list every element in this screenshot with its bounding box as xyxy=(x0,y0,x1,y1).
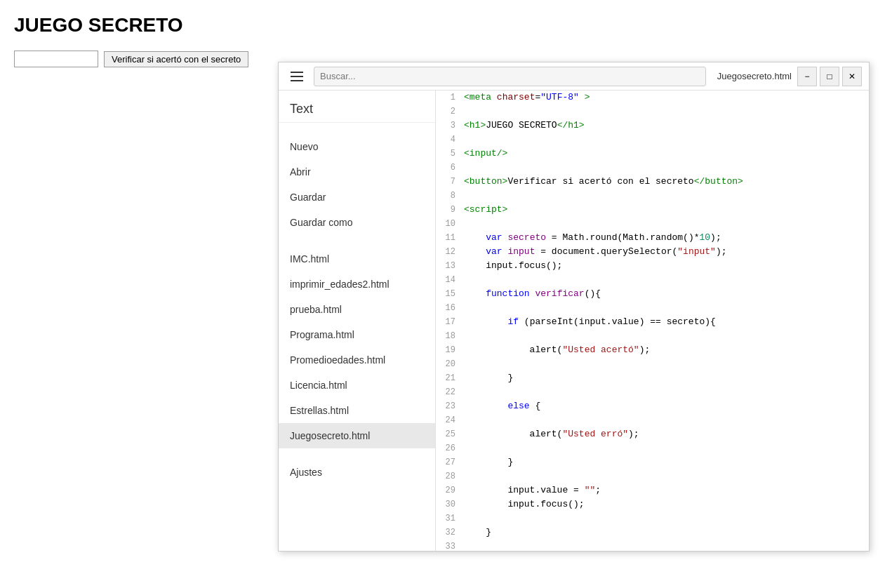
sidebar-item-guardar[interactable]: Guardar xyxy=(279,185,435,210)
sidebar-item-juego[interactable]: Juegosecreto.html xyxy=(279,423,435,448)
line-number-27: 27 xyxy=(436,455,461,469)
sidebar-item-guardar-como[interactable]: Guardar como xyxy=(279,210,435,235)
line-number-31: 31 xyxy=(436,512,461,526)
line-number-21: 21 xyxy=(436,371,461,385)
code-area[interactable]: 1 <meta charset="UTF-8" > 2 3 <h1>JUEGO … xyxy=(436,91,869,551)
code-line-3: 3 <h1>JUEGO SECRETO</h1> xyxy=(436,119,869,133)
line-number-2: 2 xyxy=(436,105,461,119)
line-number-8: 8 xyxy=(436,189,461,203)
sidebar-item-abrir[interactable]: Abrir xyxy=(279,159,435,185)
sidebar-item-imc[interactable]: IMC.html xyxy=(279,246,435,272)
sidebar: Text Nuevo Abrir Guardar Guardar como IM… xyxy=(279,91,436,551)
code-line-21: 21 } xyxy=(436,371,869,385)
code-line-31: 31 xyxy=(436,512,869,526)
line-number-18: 18 xyxy=(436,329,461,343)
line-number-22: 22 xyxy=(436,385,461,399)
code-line-1: 1 <meta charset="UTF-8" > xyxy=(436,91,869,105)
sidebar-header: Text xyxy=(279,91,435,123)
code-table: 1 <meta charset="UTF-8" > 2 3 <h1>JUEGO … xyxy=(436,91,869,551)
code-line-12: 12 var input = document.querySelector("i… xyxy=(436,245,869,259)
code-line-13: 13 input.focus(); xyxy=(436,259,869,273)
main-area: Text Nuevo Abrir Guardar Guardar como IM… xyxy=(279,91,869,551)
code-line-11: 11 var secreto = Math.round(Math.random(… xyxy=(436,231,869,245)
line-number-13: 13 xyxy=(436,259,461,273)
minimize-button[interactable]: − xyxy=(797,67,817,86)
line-number-4: 4 xyxy=(436,133,461,147)
code-line-23: 23 else { xyxy=(436,399,869,413)
line-code-9: <script> xyxy=(461,203,869,217)
code-line-17: 17 if (parseInt(input.value) == secreto)… xyxy=(436,315,869,329)
line-number-5: 5 xyxy=(436,147,461,161)
sidebar-item-ajustes[interactable]: Ajustes xyxy=(279,460,435,485)
code-line-22: 22 xyxy=(436,385,869,399)
window-controls: − □ ✕ xyxy=(797,67,862,86)
line-code-7: <button>Verificar si acertó con el secre… xyxy=(461,175,869,189)
line-code-12: var input = document.querySelector("inpu… xyxy=(461,245,869,259)
line-code-28 xyxy=(461,469,869,483)
code-line-5: 5 <input/> xyxy=(436,147,869,161)
line-code-20 xyxy=(461,357,869,371)
line-code-15: function verificar(){ xyxy=(461,287,869,301)
line-code-24 xyxy=(461,413,869,427)
code-line-26: 26 xyxy=(436,441,869,455)
line-code-16 xyxy=(461,301,869,315)
search-input[interactable] xyxy=(314,67,706,86)
line-code-23: else { xyxy=(461,399,869,413)
line-number-10: 10 xyxy=(436,217,461,231)
code-line-7: 7 <button>Verificar si acertó con el sec… xyxy=(436,175,869,189)
line-number-26: 26 xyxy=(436,441,461,455)
line-code-6 xyxy=(461,161,869,175)
sidebar-item-nuevo[interactable]: Nuevo xyxy=(279,134,435,159)
line-number-30: 30 xyxy=(436,497,461,512)
code-line-6: 6 xyxy=(436,161,869,175)
line-number-33: 33 xyxy=(436,540,461,551)
line-number-20: 20 xyxy=(436,357,461,371)
code-line-25: 25 alert("Usted erró"); xyxy=(436,427,869,441)
line-number-9: 9 xyxy=(436,203,461,217)
code-line-29: 29 input.value = ""; xyxy=(436,483,869,497)
line-code-26 xyxy=(461,441,869,455)
sidebar-item-prueba[interactable]: prueba.html xyxy=(279,297,435,322)
hamburger-button[interactable] xyxy=(286,65,308,88)
code-line-24: 24 xyxy=(436,413,869,427)
line-code-30: input.focus(); xyxy=(461,497,869,512)
code-line-19: 19 alert("Usted acertó"); xyxy=(436,343,869,357)
line-code-22 xyxy=(461,385,869,399)
line-number-11: 11 xyxy=(436,231,461,245)
sidebar-item-programa[interactable]: Programa.html xyxy=(279,322,435,347)
secret-input[interactable] xyxy=(14,51,98,67)
close-button[interactable]: ✕ xyxy=(842,67,862,86)
line-number-6: 6 xyxy=(436,161,461,175)
code-line-9: 9 <script> xyxy=(436,203,869,217)
page-title: JUEGO SECRETO xyxy=(14,14,878,36)
line-number-32: 32 xyxy=(436,526,461,540)
line-code-13: input.focus(); xyxy=(461,259,869,273)
line-code-33 xyxy=(461,540,869,551)
line-number-7: 7 xyxy=(436,175,461,189)
sidebar-item-imprimir[interactable]: imprimir_edades2.html xyxy=(279,272,435,297)
line-code-8 xyxy=(461,189,869,203)
line-number-14: 14 xyxy=(436,273,461,287)
code-line-20: 20 xyxy=(436,357,869,371)
line-code-19: alert("Usted acertó"); xyxy=(461,343,869,357)
code-line-2: 2 xyxy=(436,105,869,119)
line-number-23: 23 xyxy=(436,399,461,413)
code-line-27: 27 } xyxy=(436,455,869,469)
code-line-28: 28 xyxy=(436,469,869,483)
line-code-27: } xyxy=(461,455,869,469)
line-code-4 xyxy=(461,133,869,147)
line-number-19: 19 xyxy=(436,343,461,357)
hamburger-line-1 xyxy=(291,72,303,73)
sidebar-item-licencia[interactable]: Licencia.html xyxy=(279,373,435,398)
sidebar-item-estrellas[interactable]: Estrellas.html xyxy=(279,398,435,423)
sidebar-item-promedio[interactable]: Promedioedades.html xyxy=(279,347,435,373)
maximize-button[interactable]: □ xyxy=(820,67,839,86)
editor-window: Juegosecreto.html − □ ✕ Text Nuevo Abrir… xyxy=(278,62,870,552)
line-code-3: <h1>JUEGO SECRETO</h1> xyxy=(461,119,869,133)
hamburger-line-3 xyxy=(291,80,303,81)
code-line-4: 4 xyxy=(436,133,869,147)
verify-button[interactable]: Verificar si acertó con el secreto xyxy=(104,51,248,67)
line-number-24: 24 xyxy=(436,413,461,427)
code-line-33: 33 xyxy=(436,540,869,551)
line-code-18 xyxy=(461,329,869,343)
